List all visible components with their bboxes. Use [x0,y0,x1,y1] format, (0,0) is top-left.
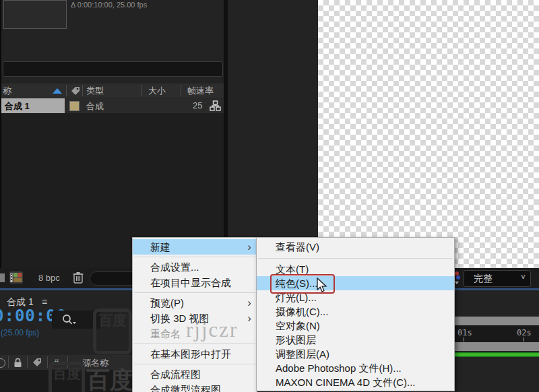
lock-icon[interactable] [13,358,22,368]
column-divider [181,85,181,96]
column-size[interactable]: 大小 [148,85,166,97]
menu-item-composition-settings[interactable]: 合成设置... [133,259,257,275]
column-type[interactable]: 类型 [86,85,104,97]
column-divider [141,85,142,96]
partial-icon [0,273,5,282]
label-tag-icon[interactable] [71,86,80,96]
column-divider [66,85,67,96]
menu-separator [258,258,453,259]
flowchart-icon [210,100,221,111]
transparent-checkerboard-background [318,0,539,268]
submenu-arrow-icon: › [247,239,251,255]
menu-item-label: 在项目中显示合成 [150,277,231,288]
menu-item-new[interactable]: 新建 › [133,239,257,255]
submenu-item-null-object[interactable]: 空对象(N) [257,319,454,333]
footage-item-icon[interactable] [9,271,23,284]
submenu-arrow-icon: › [247,295,251,311]
composition-info-text: Δ 0:00:10:00, 25.00 fps [71,1,147,9]
resolution-dropdown[interactable]: 完整 ˅ [464,270,531,287]
submenu-arrow-icon: › [247,311,251,326]
project-search-input[interactable] [3,61,223,77]
resolution-value: 完整 [474,273,493,285]
menu-item-label: 查看器(V) [276,241,319,253]
project-row-comp1[interactable]: 合成 1 合成 25 [1,98,225,113]
comp-type: 合成 [86,100,104,112]
bit-depth-label[interactable]: 8 bpc [38,273,60,283]
menu-item-label: 调整图层(A) [276,348,329,360]
comp-frame-rate: 25 [193,100,202,110]
menu-item-comp-mini-flowchart[interactable]: 合成微型流程图 [133,382,257,392]
menu-item-label: 形状图层 [276,334,316,346]
submenu-item-viewer[interactable]: 查看器(V) [257,239,454,255]
panel-menu-icon[interactable]: ≡ [42,296,47,307]
column-divider [27,356,28,368]
menu-item-label: Adobe Photoshop 文件(H)... [276,362,402,374]
submenu-item-shape-layer[interactable]: 形状图层 [257,333,454,347]
menu-item-label: 文本(T) [276,263,309,275]
menu-item-open-in-essential-graphics[interactable]: 在基本图形中打开 [133,346,257,362]
menu-item-label: 摄像机(C)... [276,306,328,317]
composition-context-menu: 新建 › 合成设置... 在项目中显示合成 预览(P) › 切换 3D 视图 ›… [132,237,257,392]
menu-item-comp-flowchart[interactable]: 合成流程图 [133,366,257,382]
stamp-text: 百度 [98,313,127,328]
comp-name: 合成 1 [5,100,30,112]
chevron-down-icon: ˅ [521,273,526,282]
label-tag-icon[interactable] [32,358,42,367]
menu-item-label: 新建 [150,241,170,253]
selected-name-cell[interactable]: 合成 1 [1,98,65,113]
column-divider [8,356,9,368]
column-divider [82,85,83,96]
baidu-watermark-stamp: 百度 [49,362,85,392]
menu-item-label: 在基本图形中打开 [150,348,231,360]
menu-item-reveal-in-project[interactable]: 在项目中显示合成 [133,275,257,290]
ruler-tick [464,337,464,341]
new-submenu: 查看器(V) 文本(T) 纯色(S)... 灯光(L)... 摄像机(C)...… [256,237,455,391]
magnifier-icon [61,314,77,326]
ruler-tick [524,337,524,341]
menu-item-label: MAXON CINEMA 4D 文件(C)... [276,377,416,388]
composition-thumbnail [3,0,67,29]
after-effects-window: Δ 0:00:10:00, 25.00 fps 称 类型 大小 帧速率 合成 1… [0,0,539,392]
menu-item-label: 合成设置... [150,261,199,273]
comp-color-swatch[interactable] [69,101,80,111]
submenu-item-photoshop-file[interactable]: Adobe Photoshop 文件(H)... [257,361,454,375]
ruler-label-01s: 01s [457,328,472,337]
project-columns-header: 称 类型 大小 帧速率 [1,84,225,98]
trash-icon[interactable] [73,271,84,284]
menu-separator [134,344,255,344]
mouse-cursor-icon [317,277,327,293]
site-watermark-text: rjjczr [186,318,238,342]
menu-item-preview[interactable]: 预览(P) › [133,295,257,311]
menu-item-label: 合成流程图 [150,368,201,380]
stamp-text: 百度 [53,366,81,381]
sort-ascending-icon[interactable] [53,88,62,94]
menu-item-label: 空对象(N) [276,320,320,331]
menu-item-label: 预览(P) [150,297,184,308]
menu-separator [134,292,255,293]
column-frame-rate[interactable]: 帧速率 [187,85,214,97]
baidu-watermark-stamp: 百度 [93,308,132,354]
submenu-item-adjustment-layer[interactable]: 调整图层(A) [257,347,454,361]
fps-label: (25.00 fps) [1,328,39,337]
menu-item-label: 合成微型流程图 [150,384,221,392]
ruler-label-02s: 02s [517,328,532,337]
menu-separator [134,364,255,364]
submenu-item-cinema4d-file[interactable]: MAXON CINEMA 4D 文件(C)... [257,375,454,389]
submenu-item-camera[interactable]: 摄像机(C)... [257,304,454,319]
menu-separator [134,257,255,257]
partial-circle-icon [0,358,5,368]
column-divider [47,356,48,368]
menu-item-label: 重命名 [150,328,181,339]
column-name[interactable]: 称 [3,85,11,97]
empty-panel [228,0,318,268]
project-panel: Δ 0:00:10:00, 25.00 fps 称 类型 大小 帧速率 合成 1… [0,0,225,268]
